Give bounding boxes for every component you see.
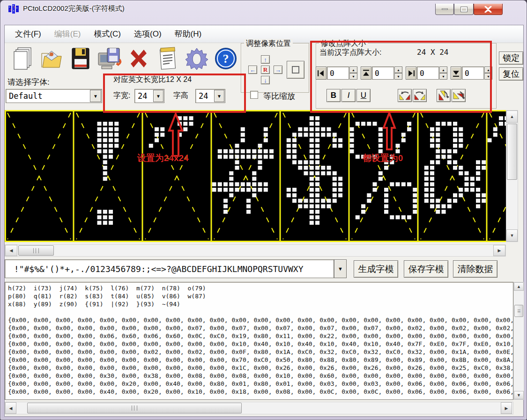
close-button[interactable]	[474, 4, 503, 15]
left-arrow-icon: ←	[250, 66, 256, 74]
thumb-grip: ☰	[517, 309, 520, 313]
chevron-down-icon: ▼	[217, 94, 222, 99]
spin-down-button[interactable]: ▼	[439, 73, 447, 80]
move-down-button[interactable]: ↓	[261, 76, 270, 84]
character-preview-grid[interactable]	[5, 110, 506, 242]
left-edge-spinner: ▲▼	[349, 66, 357, 80]
char-width-combobox[interactable]: 24 ▼	[134, 89, 164, 103]
scroll-right-arrow[interactable]: ▶	[501, 402, 512, 414]
spin-up-button[interactable]: ▲	[484, 66, 492, 73]
proportional-scale-checkbox[interactable]	[250, 91, 258, 99]
spin-down-button[interactable]: ▼	[394, 73, 402, 80]
scroll-left-arrow[interactable]: ◀	[5, 402, 16, 414]
output-vertical-scrollbar[interactable]: ▲ ☰ ▼	[513, 282, 524, 400]
preview-vertical-scrollbar[interactable]: ▲ ▼	[506, 110, 518, 242]
reset-position-button[interactable]: R	[261, 66, 270, 74]
top-edge-icon[interactable]	[361, 66, 371, 80]
menu-item-3[interactable]: 模式(C)	[87, 26, 127, 42]
top-edge-offset-input[interactable]: 0	[372, 66, 394, 80]
font-select-dropdown-button[interactable]: ▼	[90, 90, 101, 102]
center-square-icon	[292, 66, 299, 74]
ratio-label: 对应英文长宽比12 X 24	[113, 75, 192, 85]
save-to-pc-icon[interactable]	[96, 45, 123, 72]
char-width-value: 24	[138, 91, 147, 101]
menu-item-4[interactable]: 选项(O)	[127, 26, 168, 42]
reset-button-label: 复位	[503, 68, 520, 80]
font-select-combobox[interactable]: Default ▼	[6, 89, 102, 103]
spin-down-button[interactable]: ▼	[484, 73, 492, 80]
underline-button[interactable]: U	[356, 89, 371, 102]
notes-icon[interactable]	[155, 45, 181, 72]
output-hscroll-thumb[interactable]	[27, 403, 242, 413]
char-height-dropdown-button[interactable]: ▼	[214, 90, 224, 102]
menu-item-1[interactable]: 文件(F)	[8, 26, 48, 42]
italic-button[interactable]: I	[341, 89, 356, 102]
spin-up-button[interactable]: ▲	[394, 66, 402, 73]
title-bar[interactable]: PCtoLCD2002完美版-(字符模式)	[0, 0, 527, 16]
char-width-dropdown-button[interactable]: ▼	[153, 90, 163, 102]
rotate-right-button[interactable]	[413, 89, 427, 102]
rotate-left-button[interactable]	[398, 89, 412, 102]
font-data-output[interactable]: h(72) i(73) j(74) k(75) l(76) m(77) n(78…	[5, 282, 513, 400]
flip-horizontal-button[interactable]	[452, 89, 466, 102]
lock-button[interactable]: 锁定	[499, 52, 523, 65]
right-edge-icon[interactable]	[406, 66, 416, 80]
scroll-left-arrow[interactable]: ◀	[5, 245, 17, 256]
minimize-button[interactable]	[435, 4, 454, 15]
down-arrow-icon: ↓	[264, 77, 267, 84]
new-document-icon[interactable]	[9, 45, 36, 72]
move-right-button[interactable]: →	[274, 66, 282, 74]
right-edge-offset-input[interactable]: 0	[417, 66, 439, 80]
flip-vertical-button[interactable]	[437, 89, 451, 102]
bottom-edge-offset-input[interactable]: 0	[462, 66, 484, 80]
italic-button-label: I	[348, 91, 350, 100]
maximize-button[interactable]	[454, 4, 474, 15]
output-line: p(80) q(81) r(82) s(83) t(84) u(85) v(86…	[8, 292, 513, 300]
charset-dropdown-button[interactable]: ▼	[334, 259, 347, 278]
move-up-button[interactable]: ↑	[261, 55, 270, 64]
underline-button-label: U	[361, 91, 366, 100]
open-folder-icon[interactable]	[38, 45, 65, 72]
left-edge-offset-input[interactable]: 0	[327, 66, 349, 80]
output-line: {0x00, 0x00, 0x00, 0x00, 0x30, 0x00, 0x3…	[8, 372, 513, 380]
preview-hscroll-thumb[interactable]	[18, 245, 54, 256]
generate-font-button[interactable]: 生成字模	[354, 260, 398, 278]
preview-vscroll-thumb[interactable]	[507, 124, 517, 180]
scroll-down-arrow[interactable]: ▼	[506, 229, 518, 242]
scroll-right-arrow[interactable]: ▶	[493, 245, 505, 256]
minimize-icon	[442, 8, 448, 10]
left-edge-icon[interactable]	[316, 66, 327, 80]
annotation-arrow-up-2	[381, 112, 397, 151]
clear-data-button[interactable]: 清除数据	[453, 260, 497, 278]
spin-down-button[interactable]: ▼	[349, 73, 357, 80]
output-horizontal-scrollbar[interactable]: ◀ ▶	[5, 402, 513, 414]
spin-up-button[interactable]: ▲	[439, 66, 447, 73]
bold-button[interactable]: B	[327, 89, 341, 102]
charset-input[interactable]	[5, 259, 334, 278]
save-floppy-icon[interactable]	[67, 45, 94, 72]
reset-r-label: R	[263, 66, 267, 74]
scroll-down-arrow[interactable]: ▼	[514, 391, 524, 399]
output-vscroll-thumb[interactable]: ☰	[514, 305, 523, 317]
output-line: h(72) i(73) j(74) k(75) l(76) m(77) n(78…	[8, 284, 513, 292]
menu-item-5[interactable]: 帮助(H)	[168, 26, 208, 42]
settings-gear-icon[interactable]	[184, 45, 210, 72]
bottom-edge-icon[interactable]	[451, 66, 461, 80]
proportional-scale-label: 等比缩放	[263, 91, 295, 102]
current-size-value: 24 X 24	[417, 48, 448, 57]
save-font-button[interactable]: 保存字模	[404, 260, 448, 278]
center-preview-button[interactable]	[287, 61, 304, 79]
delete-x-icon[interactable]	[126, 45, 152, 72]
svg-text:?: ?	[223, 52, 229, 66]
reset-button[interactable]: 复位	[499, 67, 523, 81]
preview-horizontal-scrollbar[interactable]: ◀ ▶	[5, 244, 506, 257]
scroll-up-arrow[interactable]: ▲	[514, 282, 524, 291]
scroll-up-arrow[interactable]: ▲	[506, 111, 518, 123]
spin-up-button[interactable]: ▲	[349, 66, 357, 73]
help-icon[interactable]: ?	[213, 45, 239, 72]
move-left-button[interactable]: ←	[248, 66, 257, 74]
client-area: 文件(F)编辑(E)模式(C)选项(O)帮助(H) ? 调整像素位置 ↑ ← R…	[4, 25, 524, 417]
chevron-down-icon: ▼	[93, 94, 98, 99]
char-height-combobox[interactable]: 24 ▼	[195, 89, 225, 103]
output-line: {0x00, 0x00, 0x00, 0x00, 0x00, 0x00, 0x0…	[8, 364, 513, 372]
